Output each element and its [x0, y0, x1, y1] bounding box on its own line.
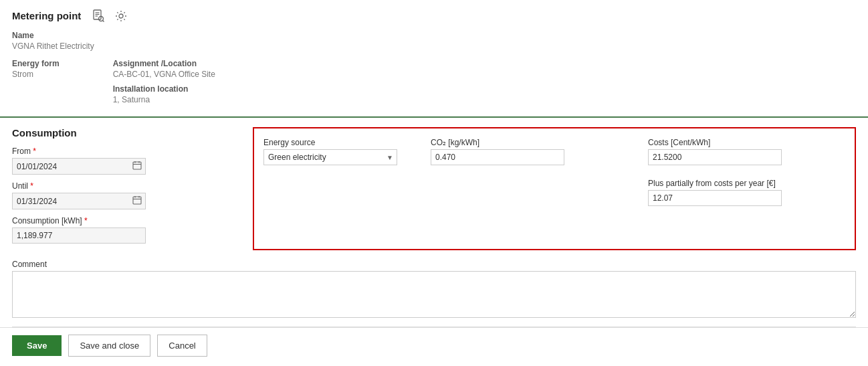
save-close-button[interactable]: Save and close: [68, 335, 150, 357]
energy-form-value: Strom: [12, 70, 60, 79]
consumption-kwh-group: Consumption [kWh] *: [12, 216, 226, 244]
co2-label: CO₂ [kg/kWh]: [431, 138, 628, 147]
energy-source-group: Energy source Green electricity Solar Wi…: [263, 138, 411, 165]
right-panel: Energy source Green electricity Solar Wi…: [253, 127, 856, 250]
from-group: From *: [12, 147, 226, 175]
co2-group: CO₂ [kg/kWh]: [431, 138, 628, 165]
svg-point-6: [119, 14, 123, 18]
partial-costs-label: Plus partially from costs per year [€]: [648, 179, 845, 188]
header-meta: Name VGNA Rithet Electricity Energy form…: [12, 31, 856, 110]
until-calendar-icon[interactable]: [129, 193, 145, 209]
from-input-wrapper: [12, 158, 146, 175]
left-panel: Consumption From * Until *: [12, 127, 239, 250]
svg-rect-7: [133, 162, 141, 169]
save-button[interactable]: Save: [12, 335, 62, 356]
footer-section: Save Save and close Cancel: [0, 327, 868, 363]
empty-cell-1: [263, 179, 411, 213]
from-calendar-icon[interactable]: [129, 159, 145, 174]
partial-costs-group: Plus partially from costs per year [€]: [648, 179, 845, 206]
costs-label: Costs [Cent/kWh]: [648, 138, 845, 147]
from-label: From *: [12, 147, 226, 156]
until-input-wrapper: [12, 193, 146, 209]
partial-costs-input[interactable]: [648, 190, 782, 206]
installation-value: 1, Saturna: [113, 95, 215, 104]
settings-icon-button[interactable]: [113, 8, 129, 24]
installation-label: Installation location: [113, 84, 215, 94]
consumption-kwh-input[interactable]: [12, 227, 146, 244]
header-meta-cols: Energy form Strom Assignment /Location C…: [12, 59, 856, 110]
assignment-value: CA-BC-01, VGNA Office Site: [113, 70, 215, 79]
page-title: Metering point: [12, 10, 81, 21]
assignment-col: Assignment /Location CA-BC-01, VGNA Offi…: [113, 59, 215, 110]
consumption-title: Consumption: [12, 127, 226, 139]
energy-source-select-wrap: Green electricity Solar Wind Gas Coal ▼: [263, 149, 397, 165]
energy-form-label: Energy form: [12, 59, 60, 68]
energy-form-col: Energy form Strom: [12, 59, 60, 110]
name-value: VGNA Rithet Electricity: [12, 41, 856, 51]
until-label: Until *: [12, 181, 226, 191]
svg-line-5: [103, 21, 104, 22]
costs-input[interactable]: [648, 149, 782, 165]
consumption-kwh-label: Consumption [kWh] *: [12, 216, 226, 225]
comment-label: Comment: [12, 260, 856, 269]
name-label: Name: [12, 31, 856, 40]
main-content: Consumption From * Until *: [0, 118, 868, 257]
comment-section: Comment: [0, 257, 868, 327]
energy-source-label: Energy source: [263, 138, 411, 147]
header-icons: [90, 8, 129, 24]
header-section: Metering point Name VGNA: [0, 0, 868, 118]
co2-input[interactable]: [431, 149, 564, 165]
from-input[interactable]: [13, 159, 129, 174]
assignment-label: Assignment /Location: [113, 59, 215, 68]
empty-cell-2: [431, 179, 628, 213]
until-input[interactable]: [13, 194, 129, 209]
until-group: Until *: [12, 181, 226, 209]
right-panel-grid: Energy source Green electricity Solar Wi…: [263, 138, 845, 213]
costs-group: Costs [Cent/kWh]: [648, 138, 845, 165]
cancel-button[interactable]: Cancel: [157, 335, 207, 357]
doc-search-icon-button[interactable]: [90, 8, 106, 24]
comment-textarea[interactable]: [12, 271, 856, 318]
energy-source-select[interactable]: Green electricity Solar Wind Gas Coal: [263, 149, 397, 165]
svg-rect-11: [133, 197, 141, 204]
